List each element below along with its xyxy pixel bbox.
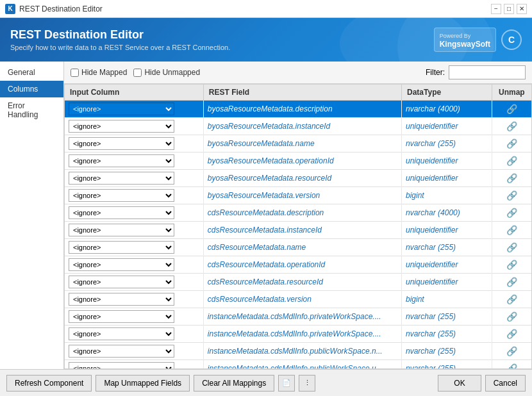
table-row[interactable]: <ignore>instanceMetadata.cdsMdlInfo.publ… xyxy=(65,343,531,360)
input-column-select[interactable]: <ignore> xyxy=(69,224,174,236)
hide-mapped-checkbox[interactable] xyxy=(71,69,79,77)
filter-input[interactable] xyxy=(449,65,526,79)
hide-unmapped-label: Hide Unmapped xyxy=(144,68,200,77)
logo-icon: C xyxy=(501,29,522,50)
unmap-cell[interactable]: 🔗 xyxy=(492,291,531,308)
table-row[interactable]: <ignore>instanceMetadata.cdsMdlInfo.publ… xyxy=(65,360,531,370)
unmap-button[interactable]: 🔗 xyxy=(504,190,519,201)
sidebar-item-general[interactable]: General xyxy=(0,64,63,81)
mapping-table: Input Column REST Field DataType Unmap <… xyxy=(65,85,531,369)
hide-mapped-label: Hide Mapped xyxy=(81,68,127,77)
input-column-select[interactable]: <ignore> xyxy=(69,172,174,185)
unmap-icon: 🔗 xyxy=(506,260,517,270)
rest-field-cell: cdsResourceMetadata.description xyxy=(203,204,401,222)
hide-mapped-group: Hide Mapped xyxy=(71,68,127,77)
input-column-select[interactable]: <ignore> xyxy=(69,258,174,271)
unmap-cell[interactable]: 🔗 xyxy=(492,326,531,343)
table-row[interactable]: <ignore>byosaResourceMetadata.operationI… xyxy=(65,153,531,170)
input-column-select[interactable]: <ignore> xyxy=(69,276,174,288)
cancel-button[interactable]: Cancel xyxy=(485,375,526,392)
unmap-button[interactable]: 🔗 xyxy=(504,363,519,369)
input-column-cell: <ignore> xyxy=(65,239,203,256)
input-column-cell: <ignore> xyxy=(65,291,203,308)
table-row[interactable]: <ignore>cdsResourceMetadata.resourceIdun… xyxy=(65,274,531,291)
input-column-select[interactable]: <ignore> xyxy=(69,327,174,340)
header-datatype: DataType xyxy=(402,85,492,101)
unmap-button[interactable]: 🔗 xyxy=(504,172,519,184)
clear-mappings-button[interactable]: Clear All Mappings xyxy=(194,375,274,392)
input-column-select[interactable]: <ignore> xyxy=(69,345,174,358)
unmap-button[interactable]: 🔗 xyxy=(504,120,519,132)
input-column-select[interactable]: <ignore> xyxy=(69,206,174,219)
input-column-select[interactable]: <ignore> xyxy=(69,241,174,254)
unmap-button[interactable]: 🔗 xyxy=(504,242,519,253)
table-row[interactable]: <ignore>cdsResourceMetadata.versionbigin… xyxy=(65,291,531,308)
unmap-cell[interactable]: 🔗 xyxy=(492,204,531,222)
unmap-button[interactable]: 🔗 xyxy=(504,207,519,219)
icon-button-2[interactable]: ⋮ xyxy=(299,375,315,392)
unmap-cell[interactable]: 🔗 xyxy=(492,101,531,118)
unmap-icon: 🔗 xyxy=(506,173,517,183)
header-input-column: Input Column xyxy=(65,85,203,101)
hide-unmapped-checkbox[interactable] xyxy=(133,69,142,77)
unmap-cell[interactable]: 🔗 xyxy=(492,360,531,370)
unmap-button[interactable]: 🔗 xyxy=(504,155,519,167)
sidebar-item-error-handling[interactable]: Error Handling xyxy=(0,97,63,123)
filter-label: Filter: xyxy=(426,68,445,77)
unmap-cell[interactable]: 🔗 xyxy=(492,118,531,135)
table-row[interactable]: <ignore>cdsResourceMetadata.namenvarchar… xyxy=(65,239,531,256)
input-column-select[interactable]: <ignore> xyxy=(69,293,174,306)
table-row[interactable]: <ignore>cdsResourceMetadata.operationIdu… xyxy=(65,256,531,274)
unmap-button[interactable]: 🔗 xyxy=(504,259,519,270)
unmap-icon: 🔗 xyxy=(506,329,517,339)
unmap-button[interactable]: 🔗 xyxy=(504,293,519,305)
ok-button[interactable]: OK xyxy=(438,375,481,392)
input-column-select[interactable]: <ignore> xyxy=(69,103,174,115)
title-bar: K REST Destination Editor − □ ✕ xyxy=(0,0,532,18)
unmap-button[interactable]: 🔗 xyxy=(504,328,519,340)
input-column-select[interactable]: <ignore> xyxy=(69,120,174,133)
unmap-cell[interactable]: 🔗 xyxy=(492,308,531,326)
unmap-cell[interactable]: 🔗 xyxy=(492,343,531,360)
unmap-cell[interactable]: 🔗 xyxy=(492,239,531,256)
unmap-cell[interactable]: 🔗 xyxy=(492,222,531,239)
table-row[interactable]: <ignore>byosaResourceMetadata.instanceId… xyxy=(65,118,531,135)
table-row[interactable]: <ignore>cdsResourceMetadata.descriptionn… xyxy=(65,204,531,222)
table-container[interactable]: Input Column REST Field DataType Unmap <… xyxy=(64,84,532,369)
header-logo: Powered By KingswaySoft C xyxy=(434,28,522,52)
icon-button-1[interactable]: 📄 xyxy=(278,375,295,392)
refresh-button[interactable]: Refresh Component xyxy=(6,375,92,392)
table-row[interactable]: <ignore>instanceMetadata.cdsMdlInfo.priv… xyxy=(65,326,531,343)
unmap-button[interactable]: 🔗 xyxy=(504,138,519,149)
input-column-select[interactable]: <ignore> xyxy=(69,137,174,150)
unmap-button[interactable]: 🔗 xyxy=(504,311,519,322)
unmap-button[interactable]: 🔗 xyxy=(504,103,519,115)
unmap-cell[interactable]: 🔗 xyxy=(492,187,531,204)
rest-field-cell: byosaResourceMetadata.version xyxy=(203,187,401,204)
table-row[interactable]: <ignore>instanceMetadata.cdsMdlInfo.priv… xyxy=(65,308,531,326)
unmap-cell[interactable]: 🔗 xyxy=(492,135,531,153)
input-column-select[interactable]: <ignore> xyxy=(69,154,174,167)
unmap-cell[interactable]: 🔗 xyxy=(492,170,531,187)
table-row[interactable]: <ignore>byosaResourceMetadata.resourceId… xyxy=(65,170,531,187)
rest-field-cell: cdsResourceMetadata.resourceId xyxy=(203,274,401,291)
unmap-cell[interactable]: 🔗 xyxy=(492,274,531,291)
table-row[interactable]: <ignore>byosaResourceMetadata.descriptio… xyxy=(65,101,531,118)
input-column-select[interactable]: <ignore> xyxy=(69,310,174,323)
minimize-button[interactable]: − xyxy=(491,4,501,14)
table-row[interactable]: <ignore>byosaResourceMetadata.namenvarch… xyxy=(65,135,531,153)
table-row[interactable]: <ignore>byosaResourceMetadata.versionbig… xyxy=(65,187,531,204)
input-column-select[interactable]: <ignore> xyxy=(69,362,174,369)
unmap-cell[interactable]: 🔗 xyxy=(492,256,531,274)
close-button[interactable]: ✕ xyxy=(517,4,527,14)
maximize-button[interactable]: □ xyxy=(504,4,514,14)
input-column-select[interactable]: <ignore> xyxy=(69,189,174,202)
unmap-cell[interactable]: 🔗 xyxy=(492,153,531,170)
map-unmapped-button[interactable]: Map Unmapped Fields xyxy=(96,375,190,392)
unmap-button[interactable]: 🔗 xyxy=(504,276,519,288)
sidebar-item-columns[interactable]: Columns xyxy=(0,81,63,97)
right-panel: Hide Mapped Hide Unmapped Filter: Input … xyxy=(64,62,532,369)
unmap-button[interactable]: 🔗 xyxy=(504,224,519,236)
table-row[interactable]: <ignore>cdsResourceMetadata.instanceIdun… xyxy=(65,222,531,239)
unmap-button[interactable]: 🔗 xyxy=(504,345,519,357)
